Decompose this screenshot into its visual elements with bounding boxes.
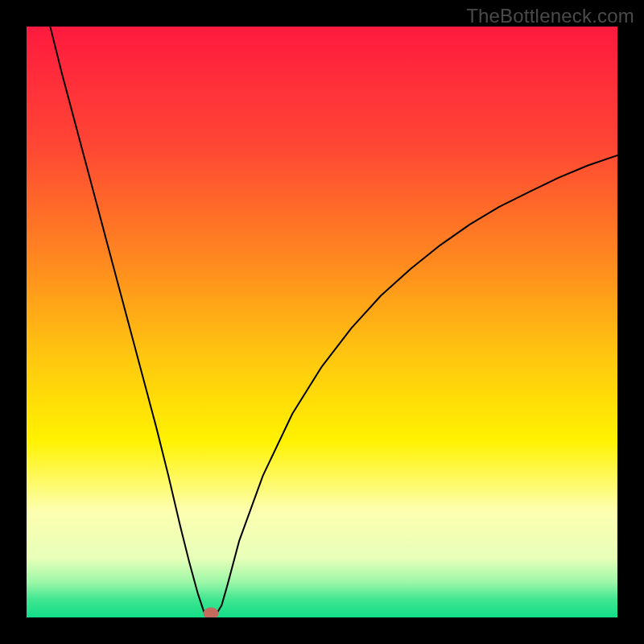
plot-area [27,27,617,617]
chart-frame: TheBottleneck.com [0,0,644,644]
chart-svg [27,27,617,617]
watermark-text: TheBottleneck.com [466,5,634,27]
chart-background [27,27,617,617]
